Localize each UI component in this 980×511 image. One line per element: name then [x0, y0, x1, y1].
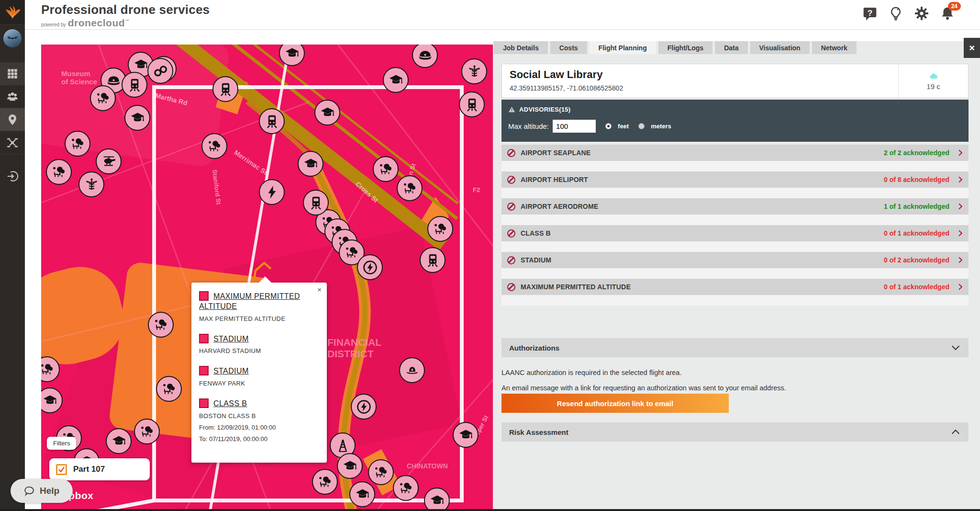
- popup-feature-link[interactable]: CLASS B: [213, 399, 247, 408]
- map-marker-graduation-cap[interactable]: [453, 422, 479, 448]
- map-marker-park[interactable]: [201, 133, 227, 159]
- map-marker-graduation-cap[interactable]: [298, 151, 323, 177]
- advisory-row-class-b[interactable]: CLASS B 0 of 1 acknowledged: [501, 225, 969, 241]
- map-canvas[interactable]: Museum of ScienceMartha RdMerrimac StSta…: [41, 45, 493, 511]
- advisory-row-stadium[interactable]: STADIUM 0 of 2 acknowledged: [501, 252, 969, 268]
- unit-feet-radio[interactable]: [605, 123, 612, 129]
- dronecloud-logo: dronecloud™: [68, 17, 130, 29]
- map-marker-train[interactable]: [420, 247, 445, 273]
- sidebar-item-map[interactable]: [0, 108, 25, 131]
- map-marker-train[interactable]: [212, 76, 238, 102]
- map-marker-medical[interactable]: [461, 58, 487, 84]
- graduation-cap-icon: [343, 459, 357, 474]
- map-marker-lightning-ring[interactable]: [351, 394, 377, 420]
- filters-button[interactable]: Filters: [47, 437, 76, 450]
- ideas-button[interactable]: [888, 6, 903, 21]
- help-bubble-button[interactable]: [862, 6, 878, 21]
- tab-flight-logs[interactable]: Flight/Logs: [658, 41, 713, 54]
- legend-swatch: [199, 398, 209, 408]
- map-marker-graduation-cap[interactable]: [337, 453, 363, 479]
- sidebar-avatar-item[interactable]: [0, 25, 25, 52]
- map-marker-graduation-cap[interactable]: [383, 67, 409, 93]
- settings-button[interactable]: [914, 6, 929, 21]
- map-marker-park[interactable]: [46, 159, 72, 185]
- authorizations-section-header[interactable]: Authorizations: [501, 338, 969, 357]
- chevron-right-icon[interactable]: [957, 149, 964, 156]
- header: Professional drone services powered by d…: [25, 0, 980, 30]
- sidebar-item-logout[interactable]: [0, 165, 25, 188]
- chevron-right-icon[interactable]: [957, 176, 964, 183]
- map-marker-fire-helmet[interactable]: [399, 357, 425, 383]
- tab-network[interactable]: Network: [812, 41, 857, 54]
- resend-authorization-button[interactable]: Resend authorization link to email: [501, 394, 729, 413]
- map-marker-park[interactable]: [368, 459, 394, 485]
- warning-icon: [508, 106, 515, 113]
- popup-feature-to: To: 07/11/2019, 00:00:00: [199, 435, 319, 443]
- map-marker-park[interactable]: [156, 376, 182, 402]
- map-feature-popup: × MAXIMUM PERMITTED ALTITUDE MAX PERMITT…: [191, 283, 327, 463]
- tab-visualisation[interactable]: Visualisation: [750, 41, 810, 54]
- chevron-right-icon[interactable]: [957, 230, 964, 237]
- map-marker-graduation-cap[interactable]: [314, 100, 340, 125]
- map-marker-park[interactable]: [393, 475, 419, 501]
- map-marker-park[interactable]: [427, 216, 453, 242]
- map-marker-park[interactable]: [134, 419, 160, 444]
- app-logo[interactable]: [0, 0, 25, 25]
- map-marker-lightning-ring[interactable]: [357, 254, 383, 280]
- map-marker-train[interactable]: [459, 91, 485, 117]
- chevron-up-icon[interactable]: [950, 427, 961, 437]
- unit-meters-radio[interactable]: [638, 123, 645, 129]
- chevron-right-icon[interactable]: [957, 203, 964, 210]
- advisory-row-airport-heliport[interactable]: AIRPORT HELIPORT 0 of 8 acknowledged: [501, 171, 969, 188]
- map-marker-park[interactable]: [373, 156, 399, 182]
- advisory-row-airport-aerodrome[interactable]: AIRPORT AERODROME 1 of 1 acknowledged: [501, 198, 969, 215]
- map-marker-park[interactable]: [90, 85, 116, 111]
- tab-job-details[interactable]: Job Details: [494, 41, 548, 54]
- map-marker-graduation-cap[interactable]: [124, 105, 150, 131]
- map-marker-park[interactable]: [65, 131, 90, 157]
- map-marker-lightning[interactable]: [259, 179, 285, 205]
- map-marker-handcuffs[interactable]: [147, 58, 173, 84]
- sidebar-item-dashboard[interactable]: [0, 62, 25, 85]
- map-marker-park[interactable]: [312, 469, 338, 495]
- map-marker-helicopter[interactable]: [96, 148, 122, 174]
- part107-checkbox[interactable]: [56, 464, 67, 475]
- panel-close-button[interactable]: ×: [964, 38, 980, 58]
- no-entry-icon: [507, 149, 515, 157]
- sidebar-item-teams[interactable]: [0, 85, 25, 108]
- sidebar-item-drones[interactable]: [0, 131, 25, 154]
- tab-costs[interactable]: Costs: [550, 41, 587, 54]
- help-button[interactable]: Help: [11, 479, 73, 503]
- advisory-row-airport-seaplane[interactable]: AIRPORT SEAPLANE 2 of 2 acknowledged: [501, 145, 969, 161]
- unit-feet-label: feet: [618, 123, 629, 130]
- map-marker-train[interactable]: [122, 72, 147, 98]
- map-marker-graduation-cap[interactable]: [106, 428, 132, 454]
- notifications-button[interactable]: 24: [940, 6, 955, 21]
- tab-data[interactable]: Data: [715, 41, 747, 54]
- no-entry-icon: [507, 283, 515, 291]
- chevron-right-icon[interactable]: [957, 257, 964, 263]
- popup-item: MAXIMUM PERMITTED ALTITUDE MAX PERMITTED…: [199, 291, 319, 322]
- tab-flight-planning[interactable]: Flight Planning: [590, 41, 656, 54]
- popup-feature-link[interactable]: STADIUM: [213, 335, 249, 343]
- location-coordinates: 42.359113985157, -71.061086525802: [510, 84, 623, 92]
- max-altitude-input[interactable]: [553, 120, 596, 133]
- map-marker-graduation-cap[interactable]: [424, 488, 450, 511]
- popup-feature-link[interactable]: MAXIMUM PERMITTED ALTITUDE: [199, 292, 300, 310]
- chevron-right-icon[interactable]: [957, 284, 964, 290]
- map-marker-graduation-cap[interactable]: [349, 481, 375, 507]
- map-marker-park[interactable]: [148, 312, 174, 338]
- risk-assessment-section-header[interactable]: Risk Assessment: [501, 422, 969, 442]
- part107-label: Part 107: [73, 465, 105, 474]
- map-marker-train[interactable]: [259, 108, 285, 134]
- part107-toggle[interactable]: Part 107: [49, 458, 150, 480]
- map-marker-train[interactable]: [303, 190, 329, 216]
- advisory-row-max-altitude[interactable]: MAXIMUM PERMITTED ALTITUDE 0 of 1 acknow…: [501, 279, 969, 295]
- sidebar: [0, 0, 25, 511]
- popup-feature-link[interactable]: STADIUM: [213, 367, 249, 375]
- popup-close-icon[interactable]: ×: [317, 285, 322, 294]
- drone-icon: [6, 136, 19, 149]
- map-marker-park[interactable]: [397, 175, 423, 201]
- chevron-down-icon[interactable]: [950, 342, 961, 353]
- map-marker-medical[interactable]: [78, 171, 104, 197]
